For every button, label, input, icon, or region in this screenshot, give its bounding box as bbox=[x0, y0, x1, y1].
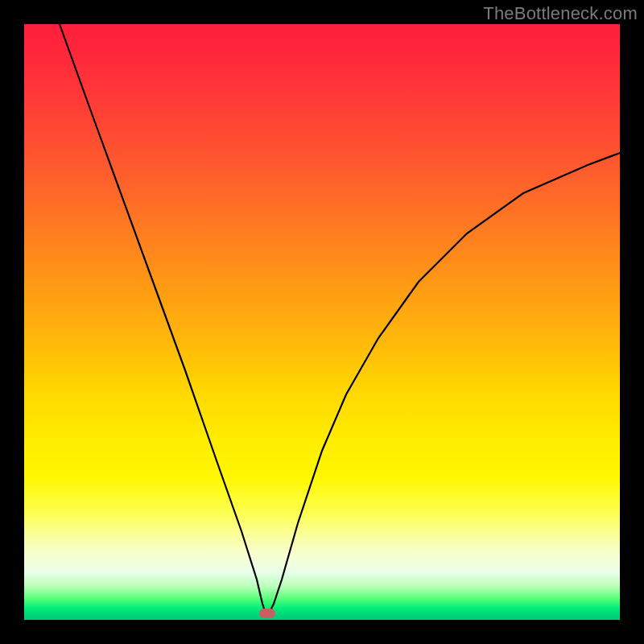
chart-frame: TheBottleneck.com bbox=[0, 0, 644, 644]
gradient-background bbox=[24, 24, 620, 620]
optimal-point-marker bbox=[259, 609, 275, 618]
watermark-text: TheBottleneck.com bbox=[483, 3, 638, 24]
plot-area bbox=[24, 24, 620, 620]
